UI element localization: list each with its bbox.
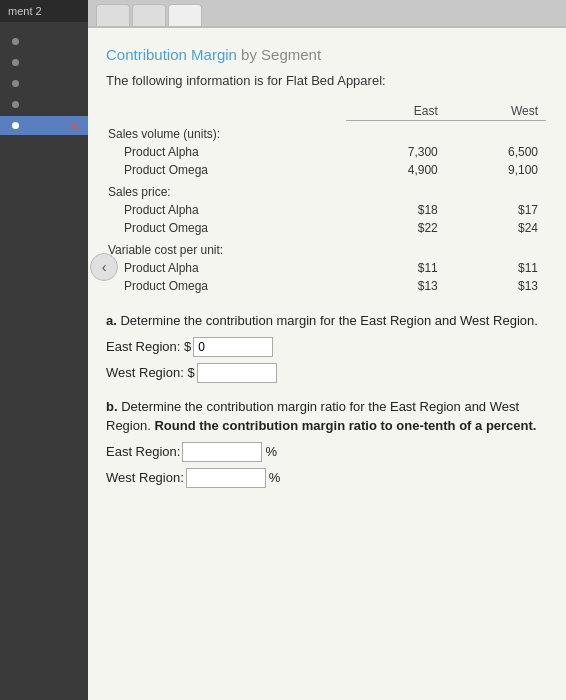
question-b-bold: Round the contribution margin ratio to o… [154, 418, 536, 433]
title-highlight: Contribution Margin [106, 46, 237, 63]
title-rest: by Segment [237, 46, 321, 63]
question-a-text: a. Determine the contribution margin for… [106, 311, 546, 331]
tab-2[interactable] [132, 4, 166, 26]
product-omega-vol-east: 4,900 [346, 161, 446, 179]
sidebar-top: ment 2 [0, 0, 88, 22]
answer-a-east-row: East Region: $ [106, 337, 546, 357]
sidebar-item-1[interactable] [0, 32, 88, 51]
west-region-label-b: West Region: [106, 470, 184, 485]
section-label-price: Sales price: [106, 179, 546, 201]
sidebar-top-label: ment 2 [8, 5, 42, 17]
section-label-volume: Sales volume (units): [106, 121, 546, 144]
sidebar-item-5[interactable]: ✕ [0, 116, 88, 135]
nav-dot-3 [12, 80, 19, 87]
table-row: Product Omega 4,900 9,100 [106, 161, 546, 179]
east-region-input-a[interactable] [193, 337, 273, 357]
west-percent-suffix: % [269, 470, 281, 485]
table-row: Product Omega $22 $24 [106, 219, 546, 237]
x-badge: ✕ [70, 120, 78, 131]
east-percent-suffix: % [265, 444, 277, 459]
east-region-label-b: East Region: [106, 444, 180, 459]
product-omega-vcost-west: $13 [446, 277, 546, 295]
section-sales-price: Sales price: [106, 179, 546, 201]
product-alpha-vol-west: 6,500 [446, 143, 546, 161]
answer-a-west-row: West Region: $ [106, 363, 546, 383]
sidebar-item-4[interactable] [0, 95, 88, 114]
west-region-input-b[interactable] [186, 468, 266, 488]
section-sales-volume: Sales volume (units): [106, 121, 546, 144]
nav-dot-1 [12, 38, 19, 45]
page-title: Contribution Margin by Segment [106, 46, 546, 63]
question-b-section: b. Determine the contribution margin rat… [106, 397, 546, 488]
product-omega-price-east: $22 [346, 219, 446, 237]
product-omega-vcost-label: Product Omega [106, 277, 346, 295]
product-omega-vol-west: 9,100 [446, 161, 546, 179]
product-alpha-vcost-west: $11 [446, 259, 546, 277]
product-omega-vcost-east: $13 [346, 277, 446, 295]
table-row: Product Alpha $11 $11 [106, 259, 546, 277]
product-omega-vol-label: Product Omega [106, 161, 346, 179]
tab-1[interactable] [96, 4, 130, 26]
answer-b-west-row: West Region: % [106, 468, 546, 488]
product-alpha-price-label: Product Alpha [106, 201, 346, 219]
tab-3[interactable] [168, 4, 202, 26]
question-a-section: a. Determine the contribution margin for… [106, 311, 546, 383]
nav-dot-4 [12, 101, 19, 108]
east-region-input-b[interactable] [182, 442, 262, 462]
product-alpha-vcost-east: $11 [346, 259, 446, 277]
sidebar: ment 2 ✕ [0, 0, 88, 700]
east-region-label-a: East Region: $ [106, 339, 191, 354]
table-row: Product Alpha $18 $17 [106, 201, 546, 219]
question-b-label: b. [106, 399, 118, 414]
content-area: ‹ Contribution Margin by Segment The fol… [88, 28, 566, 700]
col-header-empty [106, 102, 346, 121]
sidebar-nav: ✕ [0, 22, 88, 700]
product-omega-price-west: $24 [446, 219, 546, 237]
content-wrapper: ‹ Contribution Margin by Segment The fol… [106, 46, 546, 488]
main-area: ‹ Contribution Margin by Segment The fol… [88, 0, 566, 700]
product-alpha-vol-east: 7,300 [346, 143, 446, 161]
table-row: Product Omega $13 $13 [106, 277, 546, 295]
west-region-label-a: West Region: $ [106, 365, 195, 380]
product-alpha-price-west: $17 [446, 201, 546, 219]
nav-dot-5 [12, 122, 19, 129]
section-variable-cost: Variable cost per unit: [106, 237, 546, 259]
table-row: Product Alpha 7,300 6,500 [106, 143, 546, 161]
question-a-body: Determine the contribution margin for th… [117, 313, 538, 328]
sidebar-item-2[interactable] [0, 53, 88, 72]
col-header-west: West [446, 102, 546, 121]
tab-bar [88, 0, 566, 28]
sidebar-item-3[interactable] [0, 74, 88, 93]
back-arrow[interactable]: ‹ [90, 253, 118, 281]
question-a-label: a. [106, 313, 117, 328]
col-header-east: East [346, 102, 446, 121]
west-region-input-a[interactable] [197, 363, 277, 383]
data-table: East West Sales volume (units): Product … [106, 102, 546, 295]
product-alpha-vol-label: Product Alpha [106, 143, 346, 161]
answer-b-east-row: East Region: % [106, 442, 546, 462]
nav-dot-2 [12, 59, 19, 66]
product-omega-price-label: Product Omega [106, 219, 346, 237]
subtitle: The following information is for Flat Be… [106, 73, 546, 88]
section-label-vcost: Variable cost per unit: [106, 237, 546, 259]
product-alpha-price-east: $18 [346, 201, 446, 219]
product-alpha-vcost-label: Product Alpha [106, 259, 346, 277]
question-b-text: b. Determine the contribution margin rat… [106, 397, 546, 436]
